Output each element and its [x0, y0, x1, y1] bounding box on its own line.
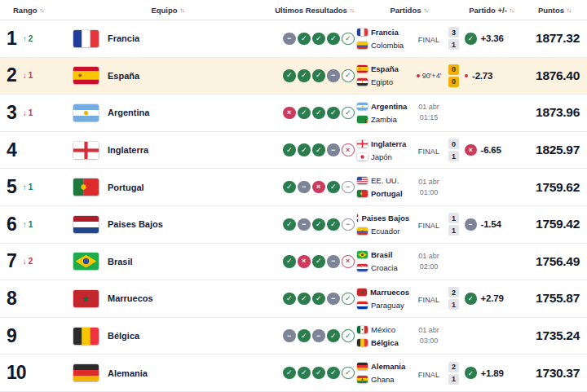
sort-icon[interactable]: ↑↓	[424, 7, 428, 13]
sort-icon[interactable]: ↑↓	[350, 7, 354, 13]
match-teams: EE. UU.Portugal	[357, 176, 409, 198]
points-value: 1730.37	[522, 366, 587, 381]
last-results-cell: −✓✓✓✓	[271, 33, 357, 46]
table-row[interactable]: 4Inglaterra✓✓✓−×InglaterraJapónFINAL01×-…	[0, 132, 587, 170]
match-teams: Paises BajosEcuador	[357, 214, 409, 236]
result-win-icon: ✓	[298, 143, 311, 156]
match-schedule: 01 abr01:15	[413, 102, 445, 123]
sort-icon[interactable]: ↑↓	[180, 7, 184, 13]
result-win-icon: ✓	[312, 255, 325, 268]
match-cell[interactable]: EspañaEgipto90'+4'00	[357, 64, 461, 87]
delta-value: -1.54	[481, 219, 501, 229]
home-team: Argentina	[357, 102, 409, 111]
team-name: Paises Bajos	[108, 219, 163, 229]
team-cell[interactable]: Bélgica	[64, 328, 271, 345]
last-results-cell: ✓✓✓−✓	[271, 293, 357, 306]
away-team-name: Croacia	[371, 263, 398, 272]
away-score: 1	[448, 374, 459, 385]
match-cell[interactable]: MarruecosParaguayFINAL21	[357, 287, 461, 310]
delta-win-icon: ✓	[465, 293, 477, 305]
result-win-icon: ✓	[327, 329, 340, 342]
match-flag-nl	[357, 214, 358, 222]
match-delta-cell: -2.73	[461, 71, 522, 81]
team-cell[interactable]: España	[64, 67, 271, 84]
table-row[interactable]: 2↓1España✓✓✓−✓EspañaEgipto90'+4'00-2.731…	[0, 58, 587, 95]
match-date: 01 abr	[413, 325, 445, 336]
table-row[interactable]: 1↑2Francia−✓✓✓✓FranciaColombiaFINAL31✓+3…	[0, 20, 587, 58]
away-team-name: Colombia	[371, 41, 404, 50]
team-name: Inglaterra	[108, 145, 148, 155]
match-flag-en	[357, 140, 368, 148]
rank-change-value: 1	[29, 108, 33, 117]
result-win-icon: ✓	[283, 143, 296, 156]
team-cell[interactable]: Alemania	[64, 364, 271, 381]
live-indicator-icon	[417, 74, 420, 77]
sort-icon[interactable]: ↑↓	[567, 7, 571, 13]
match-score: 21	[448, 287, 459, 310]
rank-number: 10	[7, 362, 26, 384]
rank-cell: 6↑1	[0, 214, 64, 236]
match-status: 01 abr02:00	[413, 251, 445, 272]
result-win-icon: ✓	[298, 367, 311, 380]
table-row[interactable]: 8Marruecos✓✓✓−✓MarruecosParaguayFINAL21✓…	[0, 280, 587, 318]
match-time: 03:00	[413, 336, 445, 346]
team-cell[interactable]: Portugal	[64, 178, 271, 196]
team-cell[interactable]: Argentina	[64, 104, 271, 121]
team-flag-pt	[73, 178, 99, 196]
match-cell[interactable]: ArgentinaZambia01 abr01:15	[357, 102, 461, 124]
sort-icon[interactable]: ↑↓	[40, 7, 44, 13]
team-cell[interactable]: Francia	[64, 30, 271, 47]
result-win-icon: ✓	[312, 293, 325, 306]
match-flag-co	[357, 42, 368, 49]
last-results-cell: ×✓✓✓✓	[271, 107, 357, 120]
home-team: México	[357, 325, 409, 334]
match-teams: InglaterraJapón	[357, 139, 409, 161]
rank-number: 6	[7, 214, 16, 236]
last-results-cell: ✓×✓−×	[271, 255, 357, 268]
match-cell[interactable]: AlemaniaGhanaFINAL21	[357, 362, 461, 385]
match-status: FINAL	[413, 291, 445, 306]
match-date: 01 abr	[413, 102, 445, 112]
team-cell[interactable]: Marruecos	[64, 290, 271, 307]
table-row[interactable]: 3↓1Argentina×✓✓✓✓ArgentinaZambia01 abr01…	[0, 95, 587, 132]
match-cell[interactable]: MéxicoBélgica01 abr03:00	[357, 325, 461, 347]
home-score: 0	[448, 139, 459, 149]
match-cell[interactable]: InglaterraJapónFINAL01	[357, 139, 461, 161]
match-date: 01 abr	[413, 251, 445, 262]
rank-number: 5	[7, 176, 16, 198]
match-score: 01	[448, 139, 459, 161]
sort-icon[interactable]: ↑↓	[510, 7, 514, 13]
delta-loss-icon: ×	[465, 144, 477, 156]
team-flag-ma	[73, 290, 99, 307]
team-cell[interactable]: Paises Bajos	[64, 216, 271, 233]
match-final-label: FINAL	[418, 148, 440, 156]
match-schedule: 01 abr01:00	[413, 177, 445, 198]
rank-number: 7	[7, 250, 16, 272]
table-row[interactable]: 7↓2Brasil✓×✓−×BrasilCroacia01 abr02:0017…	[0, 244, 587, 281]
home-team-name: Inglaterra	[371, 139, 406, 148]
home-team-name: España	[371, 64, 399, 73]
match-flag-mx	[357, 326, 368, 333]
team-flag-de	[73, 364, 99, 381]
team-cell[interactable]: Inglaterra	[64, 142, 271, 159]
result-win-icon: ✓	[312, 218, 325, 231]
match-cell[interactable]: FranciaColombiaFINAL31	[357, 27, 461, 50]
match-flag-ar	[357, 103, 368, 110]
match-cell[interactable]: EE. UU.Portugal01 abr01:00	[357, 176, 461, 198]
match-delta-cell: ×-6.65	[461, 144, 522, 156]
table-row[interactable]: 9Bélgica−✓−✓✓MéxicoBélgica01 abr03:00173…	[0, 318, 587, 355]
match-cell[interactable]: BrasilCroacia01 abr02:00	[357, 250, 461, 272]
table-row[interactable]: 6↑1Paises Bajos✓−✓✓−Paises BajosEcuadorF…	[0, 206, 587, 244]
away-team: Egipto	[357, 77, 409, 86]
rank-change-value: 1	[29, 71, 33, 80]
team-cell[interactable]: Brasil	[64, 253, 271, 270]
rank-change-value: 1	[29, 183, 33, 192]
result-draw-icon: −	[283, 329, 296, 342]
result-loss-icon: ×	[342, 143, 355, 156]
result-draw-icon: −	[327, 293, 340, 306]
table-row[interactable]: 10Alemania✓✓✓✓✓AlemaniaGhanaFINAL21✓+1.8…	[0, 355, 587, 392]
home-team: Paises Bajos	[357, 214, 409, 222]
rank-down-icon: ↓	[23, 71, 27, 80]
match-cell[interactable]: Paises BajosEcuadorFINAL11	[357, 213, 461, 236]
table-row[interactable]: 5↑1Portugal✓−×✓−EE. UU.Portugal01 abr01:…	[0, 169, 587, 206]
